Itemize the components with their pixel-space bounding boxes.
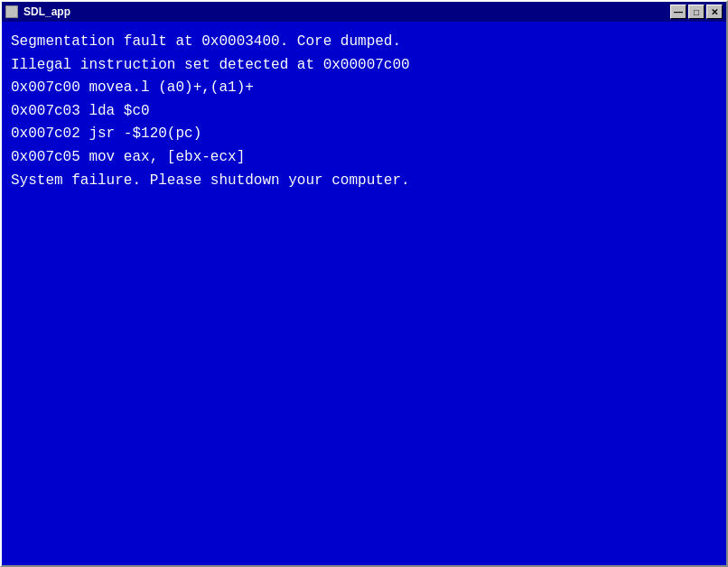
title-bar: SDL_app — □ ✕ — [2, 2, 726, 22]
window-content: Segmentation fault at 0x0003400. Core du… — [2, 22, 726, 565]
window-icon — [5, 5, 18, 18]
window: SDL_app — □ ✕ Segmentation fault at 0x00… — [0, 0, 728, 567]
window-title: SDL_app — [23, 5, 70, 18]
title-bar-controls: — □ ✕ — [670, 5, 723, 19]
close-button[interactable]: ✕ — [706, 5, 723, 19]
terminal-output: Segmentation fault at 0x0003400. Core du… — [11, 31, 717, 192]
minimize-button[interactable]: — — [670, 5, 686, 19]
maximize-button[interactable]: □ — [688, 5, 705, 19]
title-bar-title: SDL_app — [5, 5, 70, 18]
